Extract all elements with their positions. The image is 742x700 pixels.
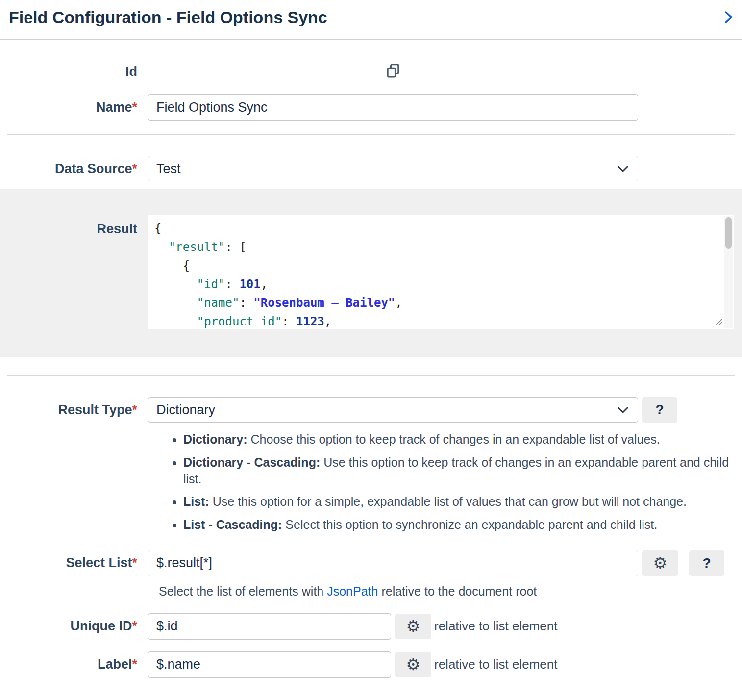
unique-id-row: Unique ID* ⚙ relative to list element bbox=[0, 613, 742, 640]
chevron-down-icon bbox=[617, 161, 629, 176]
select-list-gear-button[interactable]: ⚙ bbox=[642, 550, 678, 576]
unique-id-input[interactable] bbox=[148, 613, 391, 640]
resize-handle-icon[interactable] bbox=[714, 317, 723, 328]
gear-icon: ⚙ bbox=[406, 618, 420, 634]
data-source-label: Data Source* bbox=[0, 161, 137, 176]
name-label: Name* bbox=[0, 100, 137, 115]
required-marker: * bbox=[132, 555, 137, 570]
section-divider bbox=[7, 134, 735, 135]
result-type-help-item: Dictionary: Choose this option to keep t… bbox=[183, 431, 742, 448]
required-marker: * bbox=[132, 161, 137, 176]
scrollbar-thumb[interactable] bbox=[725, 217, 732, 249]
name-input[interactable] bbox=[148, 94, 638, 121]
gear-icon: ⚙ bbox=[653, 555, 668, 571]
page-header: Field Configuration - Field Options Sync bbox=[0, 0, 742, 40]
required-marker: * bbox=[132, 402, 137, 417]
required-marker: * bbox=[132, 619, 137, 633]
result-type-help-list: Dictionary: Choose this option to keep t… bbox=[0, 431, 742, 533]
label-row: Label* ⚙ relative to list element bbox=[0, 651, 742, 678]
name-row: Name* bbox=[0, 94, 742, 121]
jsonpath-link[interactable]: JsonPath bbox=[327, 584, 378, 598]
gear-icon: ⚙ bbox=[406, 656, 420, 673]
page-title: Field Configuration - Field Options Sync bbox=[9, 8, 327, 27]
unique-id-hint: relative to list element bbox=[434, 619, 557, 634]
result-type-value: Dictionary bbox=[156, 402, 215, 418]
label-input[interactable] bbox=[148, 651, 391, 678]
chevron-right-icon bbox=[723, 18, 734, 25]
data-source-row: Data Source* Test bbox=[0, 156, 742, 181]
result-textarea[interactable]: { "result": [ { "id": 101, "name": "Rose… bbox=[148, 215, 734, 329]
result-section: Result { "result": [ { "id": 101, "name"… bbox=[0, 189, 742, 357]
select-list-helper-text: Select the list of elements with JsonPat… bbox=[159, 584, 742, 599]
chevron-down-icon bbox=[617, 402, 629, 418]
select-list-input[interactable] bbox=[148, 550, 638, 576]
label-gear-button[interactable]: ⚙ bbox=[395, 652, 431, 677]
copy-icon bbox=[386, 73, 400, 80]
label-hint: relative to list element bbox=[434, 657, 557, 672]
result-code: { "result": [ { "id": 101, "name": "Rose… bbox=[148, 215, 734, 329]
select-list-row: Select List* ⚙ ? bbox=[0, 550, 742, 576]
select-list-label: Select List* bbox=[0, 555, 137, 571]
result-type-label: Result Type* bbox=[0, 402, 137, 418]
id-row: Id bbox=[0, 63, 742, 80]
result-type-help-item: List: Use this option for a simple, expa… bbox=[183, 494, 742, 510]
scrollbar-track[interactable] bbox=[724, 216, 733, 328]
copy-id-button[interactable] bbox=[386, 63, 400, 80]
result-row: Result { "result": [ { "id": 101, "name"… bbox=[0, 215, 742, 329]
result-label: Result bbox=[0, 215, 137, 237]
select-list-help-button[interactable]: ? bbox=[689, 550, 724, 576]
result-type-select[interactable]: Dictionary bbox=[148, 397, 638, 423]
section-divider bbox=[7, 375, 735, 376]
result-type-help-item: List - Cascading: Select this option to … bbox=[183, 517, 742, 533]
result-type-row: Result Type* Dictionary ? bbox=[0, 397, 742, 423]
required-marker: * bbox=[132, 657, 137, 672]
label-label: Label* bbox=[0, 657, 137, 672]
required-marker: * bbox=[132, 100, 137, 115]
data-source-value: Test bbox=[156, 161, 181, 176]
collapse-panel-button[interactable] bbox=[723, 8, 735, 25]
data-source-select[interactable]: Test bbox=[148, 156, 638, 181]
result-type-help-item: Dictionary - Cascading: Use this option … bbox=[183, 454, 742, 488]
result-type-help-button[interactable]: ? bbox=[642, 397, 677, 423]
id-label: Id bbox=[0, 64, 137, 79]
unique-id-label: Unique ID* bbox=[0, 619, 137, 634]
unique-id-gear-button[interactable]: ⚙ bbox=[395, 614, 431, 639]
